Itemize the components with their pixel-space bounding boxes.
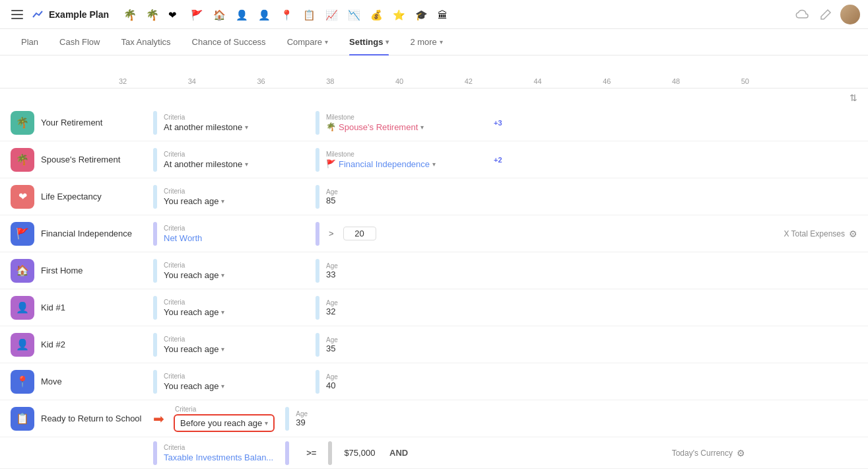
- svg-text:📉: 📉: [348, 9, 360, 21]
- tab-chanceofsuccess[interactable]: Chance of Success: [182, 29, 277, 55]
- kid1-icon: 👤: [11, 296, 34, 320]
- milestone-row-kid2: 👤 Kid #2 Criteria You reach age ▾ Age 35: [0, 326, 868, 363]
- hamburger-button[interactable]: [8, 5, 26, 24]
- tab-compare[interactable]: Compare▾: [277, 29, 339, 55]
- kid1-age-block: Age 32: [326, 299, 338, 316]
- and-label: AND: [389, 448, 408, 458]
- svg-text:📈: 📈: [325, 9, 338, 21]
- nav-icon-14[interactable]: 🎓: [411, 4, 432, 25]
- nav-icons: 🌴 🌴 ❤ 🚩 🏠 👤 👤 📍 📋 📈 📉 💰 ⭐ 🎓 🏛: [119, 4, 787, 25]
- nav-icon-1[interactable]: 🌴: [119, 4, 141, 25]
- your-retirement-icon: 🌴: [11, 111, 34, 135]
- nav-icon-9[interactable]: 📋: [299, 4, 320, 25]
- and-color-bar: [153, 441, 157, 465]
- fi-operator: >: [326, 229, 337, 238]
- compare-chevron: ▾: [325, 38, 328, 46]
- fi-criteria-val[interactable]: Net Worth: [164, 233, 309, 243]
- your-retirement-name: Your Retirement: [41, 118, 147, 127]
- nav-icon-5[interactable]: 🏠: [209, 4, 230, 25]
- first-home-icon: 🏠: [11, 259, 34, 283]
- nav-icon-13[interactable]: ⭐: [389, 4, 410, 25]
- tab-plan[interactable]: Plan: [11, 29, 49, 55]
- milestone-row-first-home: 🏠 First Home Criteria You reach age ▾ Ag…: [0, 252, 868, 289]
- first-home-criteria: Criteria You reach age ▾: [164, 262, 309, 280]
- move-age-block: Age 40: [326, 373, 338, 390]
- milestone-row-life-expectancy: ❤ Life Expectancy Criteria You reach age…: [0, 178, 868, 215]
- svg-text:🚩: 🚩: [191, 9, 203, 21]
- spouses-retirement-criteria-chevron: ▾: [245, 161, 248, 168]
- svg-text:👤: 👤: [236, 9, 248, 21]
- fi-icon-small: 🚩: [326, 159, 336, 168]
- plan-chart-icon: [32, 8, 45, 21]
- tab-cashflow[interactable]: Cash Flow: [49, 29, 110, 55]
- cloud-icon[interactable]: [793, 5, 811, 24]
- nav-icon-10[interactable]: 📈: [321, 4, 343, 25]
- spouses-retirement-milestone-val-row[interactable]: 🚩 Financial Independence ▾: [326, 159, 484, 169]
- svg-text:❤: ❤: [168, 9, 177, 20]
- and-gear-icon[interactable]: ⚙: [737, 448, 745, 458]
- kid2-icon: 👤: [11, 333, 34, 357]
- fi-gear-icon[interactable]: ⚙: [849, 229, 857, 239]
- life-expectancy-color-bar: [153, 185, 157, 209]
- top-nav: Example Plan 🌴 🌴 ❤ 🚩 🏠 👤 👤 📍 📋 📈 📉 💰 ⭐ 🎓…: [0, 0, 868, 29]
- spouses-retirement-criteria-dropdown[interactable]: At another milestone ▾: [164, 159, 309, 169]
- nav-icon-2[interactable]: 🌴: [142, 4, 163, 25]
- nav-icon-11[interactable]: 📉: [344, 4, 365, 25]
- and-operator: >=: [301, 448, 321, 458]
- life-expectancy-criteria-chevron: ▾: [221, 198, 224, 205]
- and-color-bar2: [285, 441, 289, 465]
- svg-text:🏠: 🏠: [213, 9, 226, 21]
- nav-icon-3[interactable]: ❤: [164, 4, 185, 25]
- milestone-row-kid1: 👤 Kid #1 Criteria You reach age ▾ Age 32: [0, 289, 868, 326]
- nav-icon-8[interactable]: 📍: [277, 4, 298, 25]
- tab-settings[interactable]: Settings▾: [339, 29, 399, 55]
- tab-more[interactable]: 2 more▾: [399, 29, 453, 55]
- kid1-criteria-dropdown[interactable]: You reach age ▾: [164, 307, 309, 317]
- and-color-bar3: [328, 441, 332, 465]
- life-expectancy-age-block: Age 85: [326, 188, 338, 205]
- first-home-criteria-chevron: ▾: [221, 271, 224, 279]
- nav-icon-6[interactable]: 👤: [232, 4, 253, 25]
- and-currency-label: Today's Currency: [672, 449, 733, 458]
- spouses-retirement-badge[interactable]: +2: [494, 156, 502, 164]
- user-avatar[interactable]: [840, 5, 860, 24]
- ready-return-criteria-wrapper: Criteria Before you reach age ▾: [174, 406, 275, 432]
- kid1-color-bar: [153, 296, 157, 320]
- move-criteria-dropdown[interactable]: You reach age ▾: [164, 381, 309, 391]
- your-retirement-criteria-dropdown[interactable]: At another milestone ▾: [164, 122, 309, 132]
- fi-input[interactable]: [343, 227, 376, 240]
- milestone-row-move: 📍 Move Criteria You reach age ▾ Age 40: [0, 363, 868, 400]
- more-chevron: ▾: [440, 38, 443, 46]
- ready-return-criteria-dropdown[interactable]: Before you reach age ▾: [174, 414, 275, 432]
- your-retirement-badge[interactable]: +3: [494, 119, 502, 127]
- move-color-bar2: [316, 370, 319, 394]
- your-retirement-criteria-chevron: ▾: [245, 124, 248, 131]
- tab-taxanalytics[interactable]: Tax Analytics: [110, 29, 181, 55]
- first-home-criteria-dropdown[interactable]: You reach age ▾: [164, 270, 309, 280]
- settings-chevron: ▾: [385, 38, 389, 46]
- kid2-criteria-dropdown[interactable]: You reach age ▾: [164, 344, 309, 354]
- sort-icon[interactable]: ⇅: [850, 92, 857, 103]
- spouses-retirement-milestone-icon: 🌴: [326, 122, 336, 131]
- and-criteria-block: Criteria Taxable Investments Balan...: [164, 444, 273, 462]
- pencil-icon[interactable]: [817, 5, 835, 24]
- fi-extra: X Total Expenses ⚙: [784, 229, 857, 239]
- milestone-row-ready-return: 📋 Ready to Return to School ➡ Criteria B…: [0, 400, 868, 437]
- nav-icon-15[interactable]: 🏛: [434, 4, 455, 25]
- and-value: $75,000: [344, 448, 375, 458]
- life-expectancy-criteria-dropdown[interactable]: You reach age ▾: [164, 196, 309, 206]
- kid2-color-bar: [153, 333, 157, 357]
- nav-icon-12[interactable]: 💰: [366, 4, 387, 25]
- financial-independence-icon: 🚩: [11, 222, 34, 246]
- svg-text:⭐: ⭐: [393, 9, 405, 21]
- first-home-color-bar: [153, 259, 157, 283]
- milestones-container: 🌴 Your Retirement Criteria At another mi…: [0, 104, 868, 469]
- first-home-color-bar2: [316, 259, 319, 283]
- nav-icon-7[interactable]: 👤: [254, 4, 275, 25]
- kid1-criteria-chevron: ▾: [221, 308, 224, 316]
- nav-icon-4[interactable]: 🚩: [187, 4, 208, 25]
- spouses-retirement-color-bar: [153, 148, 157, 172]
- move-criteria-chevron: ▾: [221, 382, 224, 390]
- and-criteria-val[interactable]: Taxable Investments Balan...: [164, 452, 273, 462]
- your-retirement-milestone-val-row[interactable]: 🌴 Spouse's Retirement ▾: [326, 122, 484, 132]
